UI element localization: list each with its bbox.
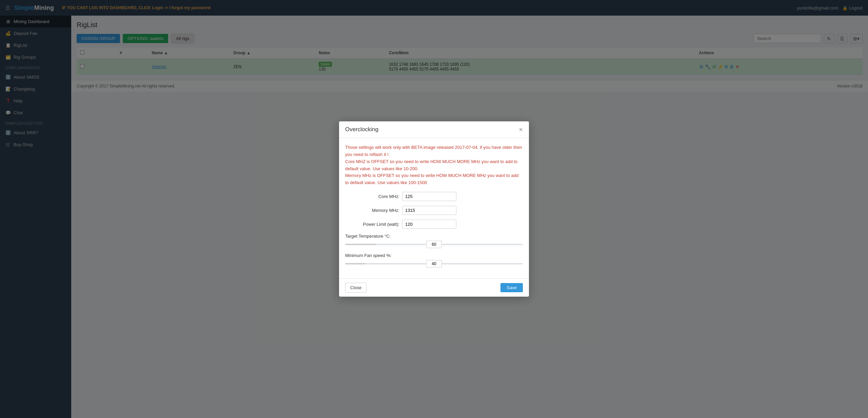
target-temp-slider-row	[345, 241, 523, 248]
target-temp-thumb	[426, 241, 442, 248]
min-fan-fill	[345, 263, 366, 264]
core-mhz-group: Core MHz:	[345, 192, 523, 201]
memory-mhz-input[interactable]	[402, 206, 456, 215]
memory-mhz-group: Memory MHz:	[345, 206, 523, 215]
power-limit-input[interactable]	[402, 220, 456, 229]
min-fan-slider-row	[345, 260, 523, 267]
save-modal-button[interactable]: Save	[500, 283, 523, 292]
core-mhz-label: Core MHz:	[345, 194, 399, 199]
modal-header: Overclocking ×	[339, 121, 529, 138]
modal-overlay: Overclocking × Those settings will work …	[0, 0, 868, 418]
min-fan-label: Minimum Fan speed %:	[345, 253, 523, 258]
min-fan-track-after	[442, 263, 523, 264]
min-fan-thumb	[426, 260, 442, 267]
memory-mhz-label: Memory MHz:	[345, 208, 399, 213]
target-temp-track-after	[442, 244, 523, 245]
target-temp-fill	[345, 244, 376, 245]
target-temp-track-before	[345, 244, 426, 245]
modal-alert: Those settings will work only with BETA …	[345, 144, 523, 186]
warning-line3: Memory MHz is OFFSET so you need to writ…	[345, 172, 523, 186]
target-temp-value-input[interactable]	[426, 241, 442, 248]
modal-close-button[interactable]: ×	[519, 126, 523, 133]
warning-line2: Core MHZ is OFFSET so you need to write …	[345, 158, 523, 173]
modal-body: Those settings will work only with BETA …	[339, 138, 529, 278]
power-limit-label: Power Limit (watt):	[345, 222, 399, 227]
min-fan-value-input[interactable]	[426, 260, 442, 267]
min-fan-group: Minimum Fan speed %:	[345, 253, 523, 267]
overclocking-modal: Overclocking × Those settings will work …	[339, 121, 529, 297]
target-temp-label: Target Temperature °C:	[345, 234, 523, 239]
min-fan-track-before	[345, 263, 426, 264]
modal-title: Overclocking	[345, 126, 378, 133]
close-modal-button[interactable]: Close	[345, 283, 367, 293]
core-mhz-input[interactable]	[402, 192, 456, 201]
modal-footer: Close Save	[339, 278, 529, 297]
target-temp-group: Target Temperature °C:	[345, 234, 523, 248]
power-limit-group: Power Limit (watt):	[345, 220, 523, 229]
warning-line1: Those settings will work only with BETA …	[345, 144, 523, 158]
